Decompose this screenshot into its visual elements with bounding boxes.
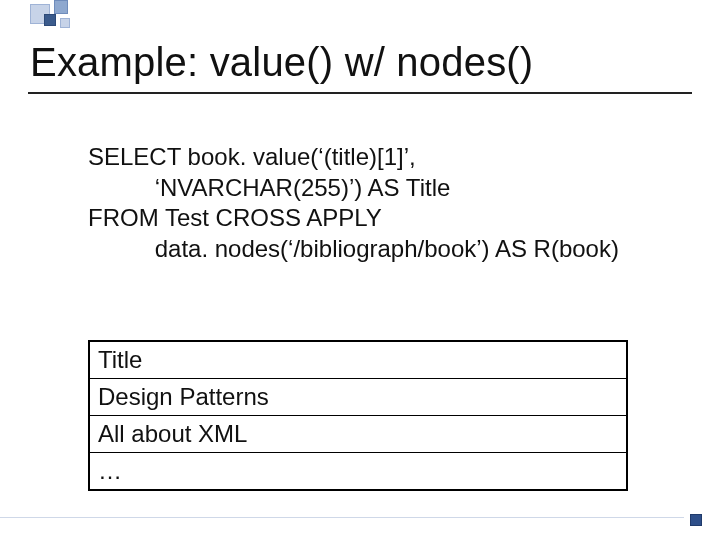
corner-decoration: [0, 0, 140, 36]
table-cell: Design Patterns: [89, 379, 627, 416]
deco-square: [54, 0, 68, 14]
table-row: All about XML: [89, 416, 627, 453]
title-underline: [28, 92, 692, 94]
code-line: FROM Test CROSS APPLY: [88, 204, 382, 231]
code-line: data. nodes(‘/bibliograph/book’) AS R(bo…: [88, 235, 619, 262]
table-header-cell: Title: [89, 341, 627, 379]
code-line: ‘NVARCHAR(255)’) AS Title: [88, 174, 450, 201]
footer-rule: [0, 517, 684, 518]
table-cell: All about XML: [89, 416, 627, 453]
table-row: …: [89, 453, 627, 491]
table-cell: …: [89, 453, 627, 491]
slide: { "title": "Example: value() w/ nodes()"…: [0, 0, 720, 540]
result-table: Title Design Patterns All about XML …: [88, 340, 628, 491]
slide-title: Example: value() w/ nodes(): [30, 40, 533, 85]
table-row: Design Patterns: [89, 379, 627, 416]
deco-square: [60, 18, 70, 28]
footer-square-icon: [690, 514, 702, 526]
deco-square: [44, 14, 56, 26]
sql-code-block: SELECT book. value(‘(title)[1]’, ‘NVARCH…: [88, 142, 619, 265]
code-line: SELECT book. value(‘(title)[1]’,: [88, 143, 416, 170]
table-row: Title: [89, 341, 627, 379]
